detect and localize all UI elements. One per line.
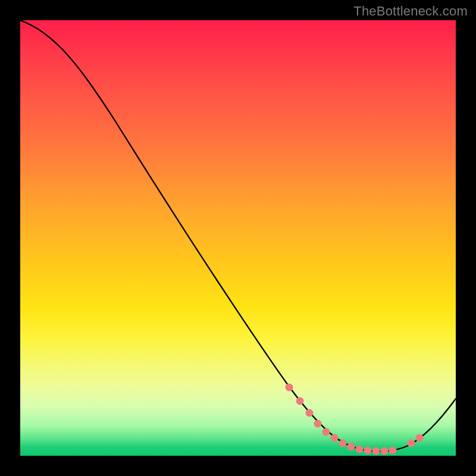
marker-dot [347,443,355,451]
marker-dot [364,447,372,455]
marker-dot [306,409,314,417]
marker-dot [314,420,322,428]
bottleneck-curve-svg [20,20,456,456]
marker-dot [408,440,415,447]
marker-dot [286,384,293,392]
marker-dot [372,447,380,455]
marker-dot [389,447,397,455]
marker-group [286,384,424,455]
marker-dot [416,434,424,442]
watermark-text: TheBottleneck.com [353,4,468,19]
chart-frame: TheBottleneck.com [0,0,476,476]
bottleneck-curve [20,20,456,452]
marker-dot [296,397,304,405]
marker-dot [339,440,347,447]
marker-dot [381,447,389,455]
marker-dot [356,446,364,453]
plot-area [20,20,456,456]
marker-dot [331,434,339,442]
marker-dot [322,428,330,436]
